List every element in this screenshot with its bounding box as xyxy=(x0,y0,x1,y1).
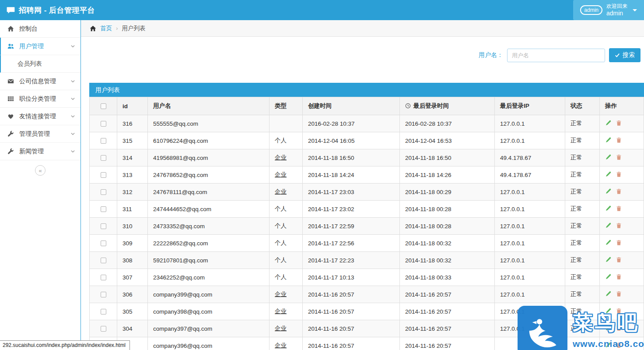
row-checkbox[interactable] xyxy=(101,155,106,161)
cell-status: 正常 xyxy=(565,166,600,184)
sidebar-item-user-management[interactable]: 用户管理 xyxy=(0,38,80,55)
welcome-text: 欢迎回来 admin xyxy=(606,3,627,17)
user-menu[interactable]: admin 欢迎回来 admin xyxy=(573,0,644,20)
sidebar-item-label: 会员列表 xyxy=(18,60,42,68)
row-checkbox[interactable] xyxy=(101,138,106,144)
cell-type: 企业 xyxy=(270,166,303,184)
table-row: 313247678652@qq.com企业2014-11-18 14:24201… xyxy=(90,166,644,184)
type-value[interactable]: 企业 xyxy=(275,188,287,195)
sidebar-item-news-management[interactable]: 新闻管理 xyxy=(0,143,80,160)
sidebar-item-job-category-management[interactable]: 职位分类管理 xyxy=(0,90,80,108)
row-checkbox[interactable] xyxy=(101,206,106,212)
column-header: id xyxy=(117,97,148,115)
edit-icon[interactable] xyxy=(605,274,611,281)
delete-icon[interactable] xyxy=(616,120,622,127)
edit-icon[interactable] xyxy=(605,205,611,213)
cell-status: 正常 xyxy=(565,149,600,166)
breadcrumb-home-link[interactable]: 首页 xyxy=(100,25,112,32)
sidebar-item-company-info-management[interactable]: 公司信息管理 xyxy=(0,73,80,90)
cell-username: 592107801@qq.com xyxy=(148,252,270,269)
sidebar-item-console[interactable]: 控制台 xyxy=(0,20,80,38)
row-checkbox[interactable] xyxy=(101,223,106,229)
cell-created: 2014-11-18 14:24 xyxy=(303,166,400,184)
type-value: 个人 xyxy=(275,205,287,212)
type-value[interactable]: 企业 xyxy=(275,154,287,161)
delete-icon[interactable] xyxy=(616,154,622,162)
select-all-cell xyxy=(90,97,117,115)
username-search-input[interactable] xyxy=(507,49,605,62)
cell-created: 2014-11-16 20:57 xyxy=(303,286,400,303)
row-checkbox[interactable] xyxy=(101,326,106,332)
type-value[interactable]: 企业 xyxy=(275,291,287,297)
cell-id: 311 xyxy=(117,201,148,218)
cell-username: 222228652@qq.com xyxy=(148,235,270,252)
edit-icon[interactable] xyxy=(605,120,611,127)
row-checkbox-cell xyxy=(90,320,117,337)
edit-icon[interactable] xyxy=(605,257,611,264)
cell-operations xyxy=(600,115,644,132)
cell-id: 308 xyxy=(117,252,148,269)
cell-created: 2014-11-16 20:57 xyxy=(303,303,400,320)
cell-last-login: 2014-11-16 20:57 xyxy=(400,303,495,320)
check-icon xyxy=(615,53,620,58)
row-checkbox[interactable] xyxy=(101,240,106,246)
sidebar-item-admin-management[interactable]: 管理员管理 xyxy=(0,125,80,143)
edit-icon[interactable] xyxy=(605,291,611,298)
delete-icon[interactable] xyxy=(616,188,622,196)
delete-icon[interactable] xyxy=(616,205,622,213)
cell-type: 个人 xyxy=(270,235,303,252)
row-checkbox[interactable] xyxy=(101,121,106,127)
cell-last-login: 2014-11-18 00:32 xyxy=(400,235,495,252)
edit-icon[interactable] xyxy=(605,240,611,247)
edit-icon[interactable] xyxy=(605,154,611,162)
sidebar-item-label: 控制台 xyxy=(19,25,38,33)
cell-operations xyxy=(600,235,644,252)
row-checkbox[interactable] xyxy=(101,275,106,280)
delete-icon[interactable] xyxy=(616,257,622,264)
row-checkbox[interactable] xyxy=(101,258,106,263)
cell-type: 企业 xyxy=(270,184,303,201)
row-checkbox[interactable] xyxy=(101,172,106,178)
delete-icon[interactable] xyxy=(616,137,622,145)
cell-id: 313 xyxy=(117,166,148,184)
cell-id: 309 xyxy=(117,235,148,252)
edit-icon[interactable] xyxy=(605,171,611,179)
select-all-checkbox[interactable] xyxy=(101,103,106,109)
cell-username: company398@qq.com xyxy=(148,303,270,320)
delete-icon[interactable] xyxy=(616,274,622,281)
sidebar-item-label: 公司信息管理 xyxy=(19,78,56,85)
type-value[interactable]: 企业 xyxy=(275,325,287,332)
cell-type xyxy=(270,115,303,132)
cell-status: 正常 xyxy=(565,235,600,252)
bird-icon xyxy=(523,311,562,350)
row-checkbox[interactable] xyxy=(101,292,106,297)
delete-icon[interactable] xyxy=(616,223,622,230)
type-value[interactable]: 企业 xyxy=(275,171,287,178)
delete-icon[interactable] xyxy=(616,171,622,179)
cell-created: 2014-11-17 23:03 xyxy=(303,184,400,201)
cell-username: 2474444652@qq.com xyxy=(148,201,270,218)
table-header-row: id用户名类型创建时间最后登录时间最后登录IP状态操作 xyxy=(90,97,644,115)
edit-icon[interactable] xyxy=(605,188,611,196)
cell-id: 307 xyxy=(117,269,148,286)
edit-icon[interactable] xyxy=(605,223,611,230)
type-value[interactable]: 企业 xyxy=(275,308,287,315)
type-value[interactable]: 企业 xyxy=(275,342,287,349)
row-checkbox[interactable] xyxy=(101,189,106,195)
cell-ip: 127.0.0.1 xyxy=(495,132,565,149)
row-checkbox[interactable] xyxy=(101,309,106,315)
table-row: 309222228652@qq.com个人2014-11-17 22:56201… xyxy=(90,235,644,252)
grid-icon xyxy=(7,95,15,102)
cell-last-login: 2014-11-18 14:26 xyxy=(400,166,495,184)
delete-icon[interactable] xyxy=(616,291,622,298)
top-header: 招聘网 - 后台管理平台 admin 欢迎回来 admin xyxy=(0,0,644,20)
delete-icon[interactable] xyxy=(616,240,622,247)
search-button[interactable]: 搜索 xyxy=(609,48,640,62)
sidebar-item-member-list[interactable]: 会员列表 xyxy=(0,55,80,73)
cell-operations xyxy=(600,149,644,166)
sidebar-collapse-button[interactable]: « xyxy=(35,165,46,176)
cell-ip: 127.0.0.1 xyxy=(495,252,565,269)
sidebar-item-friend-link-management[interactable]: 友情连接管理 xyxy=(0,108,80,125)
edit-icon[interactable] xyxy=(605,137,611,145)
cell-username: 555555@qq.com xyxy=(148,115,270,132)
